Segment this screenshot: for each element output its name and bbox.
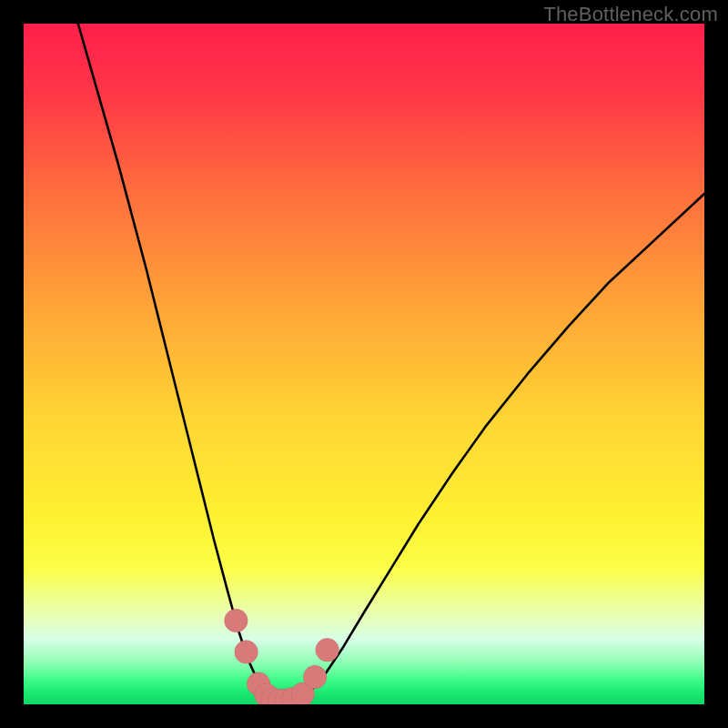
highlight-marker [316,638,339,661]
highlight-marker [303,665,326,688]
watermark-text: TheBottleneck.com [543,3,718,26]
gradient-background [24,24,704,704]
highlight-marker [235,641,258,663]
chart-svg [24,24,704,704]
highlight-marker [225,609,248,632]
plot-area [24,24,704,704]
chart-frame: TheBottleneck.com [0,0,728,728]
